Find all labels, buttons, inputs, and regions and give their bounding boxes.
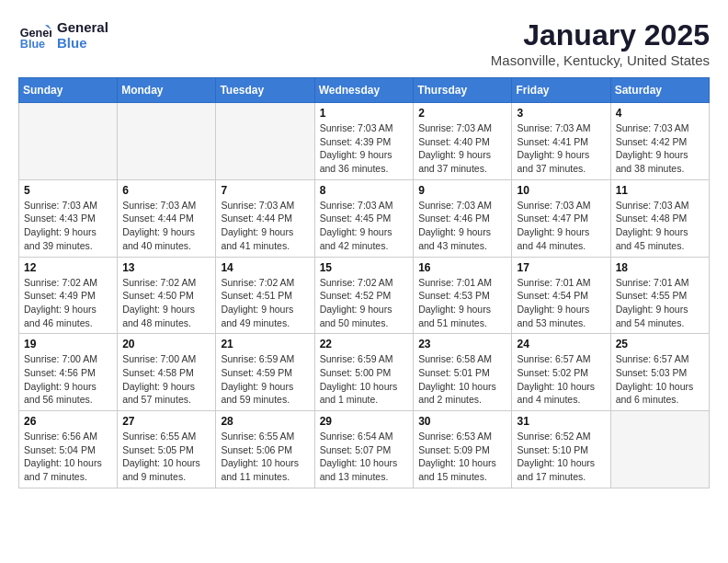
calendar-cell: 10Sunrise: 7:03 AM Sunset: 4:47 PM Dayli… — [512, 179, 610, 257]
calendar-cell: 18Sunrise: 7:01 AM Sunset: 4:55 PM Dayli… — [610, 257, 709, 334]
day-info: Sunrise: 7:03 AM Sunset: 4:39 PM Dayligh… — [320, 121, 409, 176]
svg-text:Blue: Blue — [20, 38, 45, 51]
calendar-cell: 31Sunrise: 6:52 AM Sunset: 5:10 PM Dayli… — [512, 411, 610, 488]
day-info: Sunrise: 7:02 AM Sunset: 4:51 PM Dayligh… — [221, 276, 309, 330]
calendar-cell: 12Sunrise: 7:02 AM Sunset: 4:49 PM Dayli… — [19, 257, 118, 334]
day-number: 24 — [517, 338, 605, 350]
calendar-cell: 8Sunrise: 7:03 AM Sunset: 4:45 PM Daylig… — [314, 179, 414, 257]
day-number: 27 — [122, 415, 210, 428]
day-info: Sunrise: 6:55 AM Sunset: 5:06 PM Dayligh… — [221, 430, 309, 484]
day-number: 18 — [616, 261, 704, 274]
week-row-1: 1Sunrise: 7:03 AM Sunset: 4:39 PM Daylig… — [19, 103, 710, 180]
day-info: Sunrise: 6:56 AM Sunset: 5:04 PM Dayligh… — [24, 430, 112, 484]
month-title: January 2025 — [491, 18, 710, 52]
day-info: Sunrise: 6:54 AM Sunset: 5:07 PM Dayligh… — [320, 430, 409, 484]
day-info: Sunrise: 6:57 AM Sunset: 5:03 PM Dayligh… — [616, 352, 704, 407]
day-number: 14 — [221, 261, 309, 274]
calendar-cell: 26Sunrise: 6:56 AM Sunset: 5:04 PM Dayli… — [19, 411, 118, 488]
calendar-cell: 3Sunrise: 7:03 AM Sunset: 4:41 PM Daylig… — [512, 103, 610, 180]
day-number: 26 — [24, 415, 112, 428]
day-info: Sunrise: 7:02 AM Sunset: 4:49 PM Dayligh… — [24, 276, 112, 330]
calendar-cell: 23Sunrise: 6:58 AM Sunset: 5:01 PM Dayli… — [414, 334, 512, 411]
calendar-cell: 4Sunrise: 7:03 AM Sunset: 4:42 PM Daylig… — [610, 103, 709, 180]
day-number: 12 — [24, 261, 112, 274]
day-number: 1 — [320, 107, 409, 120]
day-info: Sunrise: 7:03 AM Sunset: 4:47 PM Dayligh… — [517, 199, 605, 253]
calendar-cell: 25Sunrise: 6:57 AM Sunset: 5:03 PM Dayli… — [610, 334, 709, 411]
logo: General Blue General Blue — [18, 18, 108, 52]
logo-icon: General Blue — [18, 18, 51, 52]
week-row-4: 19Sunrise: 7:00 AM Sunset: 4:56 PM Dayli… — [19, 334, 710, 411]
day-info: Sunrise: 7:03 AM Sunset: 4:48 PM Dayligh… — [616, 199, 704, 253]
day-info: Sunrise: 7:01 AM Sunset: 4:53 PM Dayligh… — [418, 276, 506, 330]
day-info: Sunrise: 7:03 AM Sunset: 4:46 PM Dayligh… — [418, 199, 506, 253]
calendar-cell: 15Sunrise: 7:02 AM Sunset: 4:52 PM Dayli… — [314, 257, 414, 334]
day-number: 22 — [320, 338, 409, 350]
calendar-cell: 11Sunrise: 7:03 AM Sunset: 4:48 PM Dayli… — [610, 179, 709, 257]
calendar-cell — [610, 411, 709, 488]
day-number: 25 — [616, 338, 704, 350]
calendar-cell: 13Sunrise: 7:02 AM Sunset: 4:50 PM Dayli… — [118, 257, 216, 334]
day-number: 4 — [616, 107, 704, 120]
day-number: 13 — [122, 261, 210, 274]
day-info: Sunrise: 7:00 AM Sunset: 4:58 PM Dayligh… — [122, 352, 210, 407]
weekday-header-thursday: Thursday — [414, 78, 512, 103]
calendar-cell: 28Sunrise: 6:55 AM Sunset: 5:06 PM Dayli… — [216, 411, 314, 488]
day-number: 31 — [517, 415, 605, 428]
weekday-header-tuesday: Tuesday — [216, 78, 314, 103]
day-info: Sunrise: 6:58 AM Sunset: 5:01 PM Dayligh… — [418, 352, 506, 407]
calendar-cell: 20Sunrise: 7:00 AM Sunset: 4:58 PM Dayli… — [118, 334, 216, 411]
calendar-cell: 24Sunrise: 6:57 AM Sunset: 5:02 PM Dayli… — [512, 334, 610, 411]
logo-line2: Blue — [57, 35, 108, 51]
calendar-cell: 16Sunrise: 7:01 AM Sunset: 4:53 PM Dayli… — [414, 257, 512, 334]
day-info: Sunrise: 7:03 AM Sunset: 4:44 PM Dayligh… — [122, 199, 210, 253]
day-info: Sunrise: 7:03 AM Sunset: 4:43 PM Dayligh… — [24, 199, 112, 253]
day-info: Sunrise: 7:03 AM Sunset: 4:45 PM Dayligh… — [320, 199, 409, 253]
day-number: 3 — [517, 107, 605, 120]
page-header: General Blue General Blue January 2025 M… — [18, 18, 710, 68]
calendar-cell: 21Sunrise: 6:59 AM Sunset: 4:59 PM Dayli… — [216, 334, 314, 411]
day-number: 7 — [221, 184, 309, 197]
day-info: Sunrise: 6:59 AM Sunset: 4:59 PM Dayligh… — [221, 352, 309, 407]
week-row-2: 5Sunrise: 7:03 AM Sunset: 4:43 PM Daylig… — [19, 179, 710, 257]
location-title: Masonville, Kentucky, United States — [491, 52, 710, 68]
day-number: 8 — [320, 184, 409, 197]
day-number: 5 — [24, 184, 112, 197]
weekday-header-sunday: Sunday — [19, 78, 118, 103]
weekday-header-saturday: Saturday — [610, 78, 709, 103]
calendar-cell: 29Sunrise: 6:54 AM Sunset: 5:07 PM Dayli… — [314, 411, 414, 488]
calendar-cell: 30Sunrise: 6:53 AM Sunset: 5:09 PM Dayli… — [414, 411, 512, 488]
calendar-table: SundayMondayTuesdayWednesdayThursdayFrid… — [18, 77, 710, 488]
day-number: 19 — [24, 338, 112, 350]
day-info: Sunrise: 6:55 AM Sunset: 5:05 PM Dayligh… — [122, 430, 210, 484]
calendar-cell: 5Sunrise: 7:03 AM Sunset: 4:43 PM Daylig… — [19, 179, 118, 257]
day-info: Sunrise: 7:01 AM Sunset: 4:55 PM Dayligh… — [616, 276, 704, 330]
day-info: Sunrise: 7:00 AM Sunset: 4:56 PM Dayligh… — [24, 352, 112, 407]
weekday-header-wednesday: Wednesday — [314, 78, 414, 103]
day-number: 2 — [418, 107, 506, 120]
calendar-cell: 6Sunrise: 7:03 AM Sunset: 4:44 PM Daylig… — [118, 179, 216, 257]
day-number: 10 — [517, 184, 605, 197]
day-info: Sunrise: 6:53 AM Sunset: 5:09 PM Dayligh… — [418, 430, 506, 484]
day-info: Sunrise: 6:59 AM Sunset: 5:00 PM Dayligh… — [320, 352, 409, 407]
week-row-5: 26Sunrise: 6:56 AM Sunset: 5:04 PM Dayli… — [19, 411, 710, 488]
day-number: 15 — [320, 261, 409, 274]
day-number: 16 — [418, 261, 506, 274]
day-number: 21 — [221, 338, 309, 350]
calendar-cell — [216, 103, 314, 180]
calendar-cell: 19Sunrise: 7:00 AM Sunset: 4:56 PM Dayli… — [19, 334, 118, 411]
day-number: 28 — [221, 415, 309, 428]
weekday-header-row: SundayMondayTuesdayWednesdayThursdayFrid… — [19, 78, 710, 103]
day-number: 30 — [418, 415, 506, 428]
calendar-cell — [118, 103, 216, 180]
day-info: Sunrise: 7:03 AM Sunset: 4:44 PM Dayligh… — [221, 199, 309, 253]
title-block: January 2025 Masonville, Kentucky, Unite… — [491, 18, 710, 68]
day-info: Sunrise: 7:03 AM Sunset: 4:42 PM Dayligh… — [616, 121, 704, 176]
calendar-cell: 27Sunrise: 6:55 AM Sunset: 5:05 PM Dayli… — [118, 411, 216, 488]
day-number: 20 — [122, 338, 210, 350]
day-number: 29 — [320, 415, 409, 428]
day-number: 11 — [616, 184, 704, 197]
day-number: 23 — [418, 338, 506, 350]
calendar-cell: 14Sunrise: 7:02 AM Sunset: 4:51 PM Dayli… — [216, 257, 314, 334]
day-info: Sunrise: 7:01 AM Sunset: 4:54 PM Dayligh… — [517, 276, 605, 330]
